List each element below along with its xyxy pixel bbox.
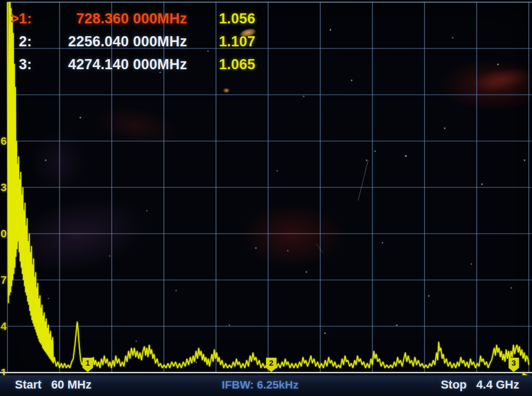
- marker-flag-digit: 3: [511, 358, 516, 367]
- start-frequency[interactable]: Start60 MHz: [15, 378, 92, 392]
- start-label: Start: [15, 378, 41, 391]
- start-value: 60 MHz: [51, 378, 92, 391]
- marker-swr-value: 1.107: [219, 30, 255, 53]
- stop-value: 4.4 GHz: [476, 378, 519, 391]
- status-bar: Start60 MHz IFBW: 6.25kHz Stop4.4 GHz: [0, 375, 532, 396]
- marker-readout-row-2[interactable]: 2: 2256.040 000MHz 1.107: [5, 30, 255, 53]
- analyzer-screen: 630741 1 2 3 >1: 728.360 000MHz 1.056 2:…: [0, 0, 532, 396]
- stop-frequency[interactable]: Stop4.4 GHz: [440, 378, 519, 392]
- marker-frequency: 2256.040 000MHz: [36, 30, 187, 53]
- stop-label: Stop: [440, 378, 467, 391]
- marker-id: >1:: [5, 7, 32, 30]
- marker-frequency: 728.360 000MHz: [36, 7, 187, 30]
- marker-flag-digit: 1: [86, 358, 90, 367]
- marker-readout-row-3[interactable]: 3: 4274.140 000MHz 1.065: [5, 53, 255, 76]
- ifbw-setting[interactable]: IFBW: 6.25kHz: [222, 378, 298, 391]
- marker-swr-value: 1.065: [219, 53, 255, 76]
- marker-frequency: 4274.140 000MHz: [36, 53, 187, 76]
- marker-flag-digit: 2: [269, 358, 273, 367]
- marker-swr-value: 1.056: [219, 7, 255, 30]
- marker-id: 3:: [5, 53, 32, 76]
- marker-id: 2:: [5, 30, 32, 53]
- marker-readout-row-1[interactable]: >1: 728.360 000MHz 1.056: [5, 7, 255, 30]
- marker-readout: >1: 728.360 000MHz 1.056 2: 2256.040 000…: [5, 7, 255, 76]
